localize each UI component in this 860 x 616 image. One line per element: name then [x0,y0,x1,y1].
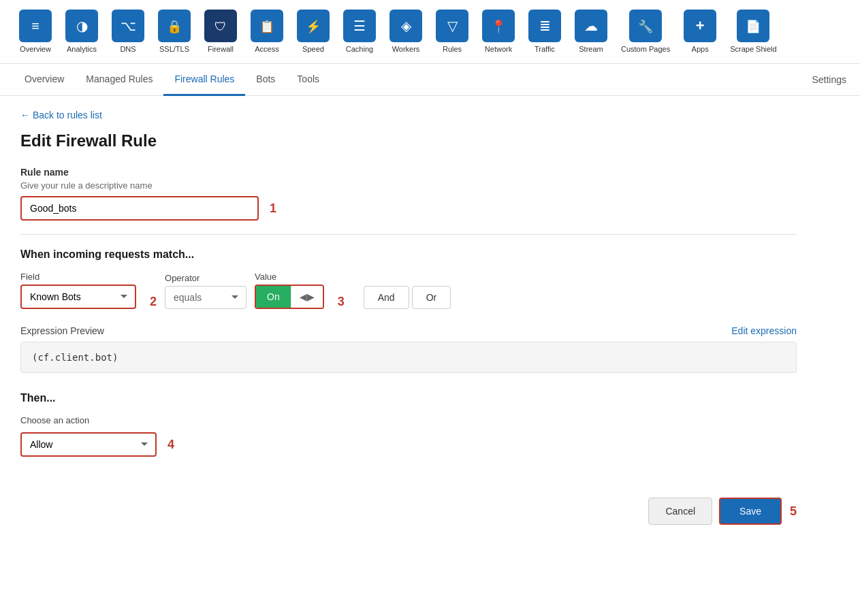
nav-label-firewall: Firewall [208,45,234,54]
and-or-buttons: And Or [364,286,451,309]
expression-preview-label: Expression Preview [20,325,104,336]
toggle-on-button[interactable]: On [256,286,291,308]
access-icon [251,10,283,42]
rule-name-input[interactable] [20,196,259,221]
field-group: Field Known Bots IP Address URI [20,272,136,309]
nav-item-apps[interactable]: Apps [678,7,722,56]
network-icon [482,10,515,42]
value-group: Value On ◀▶ [255,272,324,309]
operator-label: Operator [165,273,246,283]
nav-item-scrapeshield[interactable]: Scrape Shield [724,7,782,56]
operator-select[interactable]: equals not equals [165,286,246,309]
nav-item-speed[interactable]: Speed [291,7,335,56]
dns-icon [112,10,144,42]
condition-section: When incoming requests match... Field Kn… [20,248,797,309]
field-label: Field [20,272,136,282]
tab-tools[interactable]: Tools [286,64,330,96]
custompages-icon [629,10,662,42]
nav-label-speed: Speed [302,45,324,54]
stream-icon [575,10,607,42]
cancel-button[interactable]: Cancel [648,498,712,525]
annotation-1: 1 [270,201,276,216]
annotation-5: 5 [790,504,797,519]
scrapeshield-icon [737,10,769,42]
nav-item-caching[interactable]: Caching [338,7,381,56]
settings-link[interactable]: Settings [812,65,846,95]
nav-item-network[interactable]: Network [477,7,520,56]
top-navigation: Overview Analytics DNS SSL/TLS Firewall … [0,0,860,64]
page-title: Edit Firewall Rule [20,131,797,150]
expression-preview-box: (cf.client.bot) [20,342,797,373]
nav-label-traffic: Traffic [535,45,555,54]
annotation-2: 2 [150,295,157,309]
speed-icon [297,10,330,42]
nav-label-workers: Workers [392,45,420,54]
value-toggle[interactable]: On ◀▶ [255,285,324,309]
then-label: Then... [20,392,797,404]
footer-buttons: Cancel Save 5 [20,498,797,552]
expression-section: Expression Preview Edit expression (cf.c… [20,325,797,373]
action-select[interactable]: Allow Block Challenge JS Challenge [20,432,157,457]
tab-firewall-rules[interactable]: Firewall Rules [163,64,245,96]
second-navigation: Overview Managed Rules Firewall Rules Bo… [0,64,860,96]
nav-label-custompages: Custom Pages [621,45,670,54]
nav-label-stream: Stream [579,45,603,54]
rule-name-label: Rule name [20,167,797,178]
section-divider [20,234,797,235]
nav-item-traffic[interactable]: Traffic [523,7,567,56]
nav-item-custompages[interactable]: Custom Pages [616,7,675,56]
toggle-switch-icon[interactable]: ◀▶ [291,286,323,308]
nav-label-scrapeshield: Scrape Shield [730,45,777,54]
nav-label-network: Network [485,45,512,54]
then-section: Then... Choose an action Allow Block Cha… [20,392,797,457]
rule-name-section: Rule name Give your rule a descriptive n… [20,167,797,221]
nav-label-rules: Rules [443,45,462,54]
nav-item-ssltls[interactable]: SSL/TLS [153,7,196,56]
rules-icon [436,10,468,42]
analytics-icon [65,10,98,42]
back-link[interactable]: ← Back to rules list [20,110,797,120]
nav-item-firewall[interactable]: Firewall [199,7,242,56]
when-label: When incoming requests match... [20,248,797,261]
nav-label-analytics: Analytics [67,45,97,54]
annotation-3: 3 [338,295,345,309]
nav-label-apps: Apps [692,45,709,54]
annotation-4: 4 [168,438,174,452]
ssltls-icon [158,10,191,42]
operator-group: Operator equals not equals [165,273,246,309]
overview-icon [19,10,52,42]
nav-label-caching: Caching [346,45,373,54]
nav-item-overview[interactable]: Overview [14,7,57,56]
nav-item-dns[interactable]: DNS [106,7,150,56]
main-content: ← Back to rules list Edit Firewall Rule … [0,96,817,566]
nav-item-access[interactable]: Access [245,7,289,56]
firewall-icon [204,10,237,42]
action-group: Choose an action Allow Block Challenge J… [20,415,797,457]
nav-label-ssltls: SSL/TLS [159,45,189,54]
nav-item-workers[interactable]: Workers [384,7,428,56]
action-label: Choose an action [20,415,797,425]
field-select[interactable]: Known Bots IP Address URI [20,285,136,309]
caching-icon [343,10,376,42]
traffic-icon [528,10,561,42]
rule-name-hint: Give your rule a descriptive name [20,180,797,191]
apps-icon [684,10,716,42]
tab-managed-rules[interactable]: Managed Rules [75,64,163,96]
workers-icon [389,10,422,42]
tab-bots[interactable]: Bots [245,64,286,96]
tab-overview[interactable]: Overview [14,64,75,96]
nav-label-dns: DNS [120,45,136,54]
nav-label-access: Access [255,45,278,54]
nav-item-analytics[interactable]: Analytics [60,7,103,56]
expression-header: Expression Preview Edit expression [20,325,797,336]
or-button[interactable]: Or [412,286,451,309]
nav-item-stream[interactable]: Stream [569,7,613,56]
value-label: Value [255,272,324,282]
edit-expression-link[interactable]: Edit expression [731,325,797,336]
nav-item-rules[interactable]: Rules [430,7,474,56]
nav-label-overview: Overview [20,45,51,54]
condition-row: Field Known Bots IP Address URI 2 Operat… [20,272,797,309]
save-button[interactable]: Save [719,498,782,525]
and-button[interactable]: And [364,286,409,309]
